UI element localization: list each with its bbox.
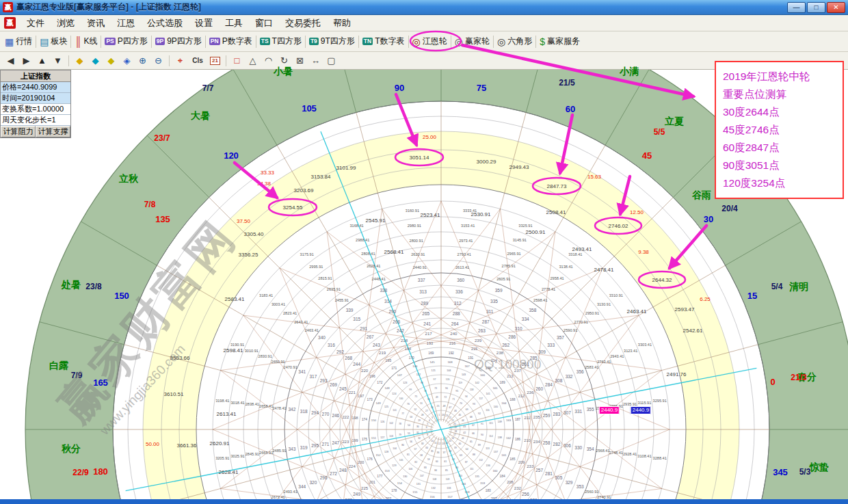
- diamond-blue-tool[interactable]: ◈: [119, 54, 135, 68]
- svg-text:106: 106: [408, 468, 412, 470]
- pointer-up-tool[interactable]: ▲: [34, 54, 50, 68]
- quotes-button-icon: ▦: [5, 37, 14, 47]
- svg-text:2560.91: 2560.91: [585, 490, 598, 494]
- svg-text:126: 126: [380, 421, 384, 423]
- menu-item-1[interactable]: 浏览: [51, 16, 81, 31]
- svg-text:78: 78: [399, 423, 401, 425]
- svg-text:38: 38: [449, 450, 451, 453]
- winner-service-button[interactable]: $赢家服务: [537, 34, 583, 49]
- cls-button[interactable]: Cls: [188, 54, 207, 68]
- maximize-button[interactable]: □: [807, 2, 825, 13]
- svg-text:9: 9: [429, 437, 430, 440]
- svg-text:271: 271: [322, 442, 330, 447]
- svg-text:105: 105: [399, 459, 403, 462]
- rect-tool[interactable]: □: [229, 54, 245, 68]
- menu-item-9[interactable]: 帮助: [327, 16, 357, 31]
- svg-text:224: 224: [349, 464, 356, 468]
- svg-text:339: 339: [346, 308, 354, 313]
- p-table-button[interactable]: PNP数字表: [207, 34, 255, 49]
- close-button[interactable]: ✕: [827, 2, 845, 13]
- zoom-in-button[interactable]: ⊕: [135, 54, 150, 68]
- svg-text:222: 222: [342, 415, 349, 419]
- cross-box-tool[interactable]: ⊠: [292, 54, 308, 68]
- menu-item-6[interactable]: 工具: [219, 16, 249, 31]
- kline-button[interactable]: ║K线: [72, 34, 100, 49]
- svg-text:313: 313: [419, 289, 427, 294]
- menu-item-7[interactable]: 窗口: [249, 16, 279, 31]
- svg-text:314: 314: [384, 299, 392, 304]
- svg-text:119: 119: [458, 382, 462, 384]
- svg-text:246: 246: [332, 413, 339, 418]
- p-square-button-icon: PS: [105, 38, 115, 45]
- degree-label: 0: [770, 377, 775, 387]
- svg-text:57: 57: [414, 448, 416, 451]
- svg-text:172: 172: [377, 381, 382, 384]
- svg-text:284: 284: [545, 382, 553, 387]
- diamond-yellow-tool[interactable]: ◆: [72, 54, 88, 68]
- diamond-gold-tool[interactable]: ◆: [103, 54, 119, 68]
- svg-text:308: 308: [555, 378, 562, 383]
- calc-resistance-button[interactable]: 计算阻力: [1, 126, 36, 137]
- zoom-out-button[interactable]: ⊖: [150, 54, 166, 68]
- svg-text:2950.91: 2950.91: [585, 311, 599, 315]
- key-levels-annotation-box: 2019年江恩轮中轮重要点位测算30度2644点45度2746点60度2847点…: [715, 61, 844, 199]
- svg-text:52: 52: [414, 408, 416, 411]
- 9p-square-button[interactable]: 9P9P四方形: [153, 34, 204, 49]
- t-table-button[interactable]: TNT数字表: [360, 34, 408, 49]
- minimize-button[interactable]: —: [787, 2, 806, 13]
- svg-text:115: 115: [489, 422, 493, 425]
- nav-forward-button[interactable]: ▶: [18, 54, 34, 68]
- svg-text:77: 77: [401, 412, 404, 415]
- sectors-button[interactable]: ▤板块: [37, 34, 70, 49]
- svg-text:135: 135: [475, 475, 479, 478]
- svg-text:2635.91: 2635.91: [327, 287, 341, 291]
- filter-tool[interactable]: ▼: [50, 54, 66, 68]
- svg-text:37: 37: [443, 451, 446, 454]
- svg-text:113: 113: [486, 447, 490, 450]
- menu-item-0[interactable]: 文件: [21, 16, 51, 31]
- svg-text:262: 262: [502, 343, 509, 347]
- svg-text:261: 261: [522, 362, 529, 367]
- nav-back-button[interactable]: ◀: [3, 54, 18, 68]
- p-square-button[interactable]: PSP四方形: [102, 34, 150, 49]
- crosshair-tool[interactable]: ⌖: [172, 54, 188, 68]
- menu-item-2[interactable]: 资讯: [81, 16, 111, 31]
- gann-wheel-button[interactable]: ◎江恩轮: [410, 34, 450, 49]
- winner-wheel-button[interactable]: ◎赢家轮: [452, 34, 492, 49]
- svg-text:356: 356: [577, 369, 584, 374]
- svg-text:270: 270: [322, 412, 330, 416]
- hexagon-button[interactable]: ◎六角形: [494, 34, 535, 49]
- svg-text:305: 305: [555, 475, 562, 480]
- svg-text:121: 121: [432, 369, 436, 372]
- calc-support-button[interactable]: 计算支撑: [36, 126, 70, 137]
- quotes-button[interactable]: ▦行情: [2, 34, 35, 49]
- svg-text:319: 319: [300, 445, 308, 450]
- menu-item-8[interactable]: 交易委托: [279, 16, 327, 31]
- svg-text:5: 5: [427, 423, 428, 425]
- region-select-tool[interactable]: ▢: [323, 54, 339, 68]
- svg-text:98: 98: [421, 382, 423, 384]
- 9t-square-button[interactable]: T99T四方形: [306, 34, 358, 49]
- svg-text:207: 207: [491, 496, 497, 499]
- svg-text:296: 296: [320, 475, 328, 480]
- triangle-tool[interactable]: △: [245, 54, 261, 68]
- calendar-button[interactable]: 21: [207, 54, 223, 68]
- menu-item-5[interactable]: 设置: [189, 16, 219, 31]
- svg-text:21: 21: [451, 419, 454, 422]
- svg-text:25: 25: [437, 405, 440, 408]
- svg-text:17: 17: [453, 434, 456, 436]
- sectors-button-label: 板块: [51, 36, 67, 47]
- toolbar-separator: [256, 36, 256, 48]
- date-label: 21/3: [791, 373, 806, 382]
- svg-text:91: 91: [481, 423, 483, 425]
- t-square-button[interactable]: TST四方形: [257, 34, 304, 49]
- degree-label: 345: [773, 467, 788, 477]
- annotation-line-1: 重要点位测算: [723, 85, 836, 103]
- menu-item-4[interactable]: 公式选股: [141, 16, 189, 31]
- diamond-cyan-tool[interactable]: ◆: [88, 54, 103, 68]
- quotes-button-label: 行情: [16, 36, 32, 47]
- move-tool[interactable]: ↔: [308, 54, 323, 68]
- menu-item-3[interactable]: 江恩: [111, 16, 141, 31]
- svg-text:342: 342: [288, 407, 295, 412]
- svg-text:18: 18: [454, 430, 457, 433]
